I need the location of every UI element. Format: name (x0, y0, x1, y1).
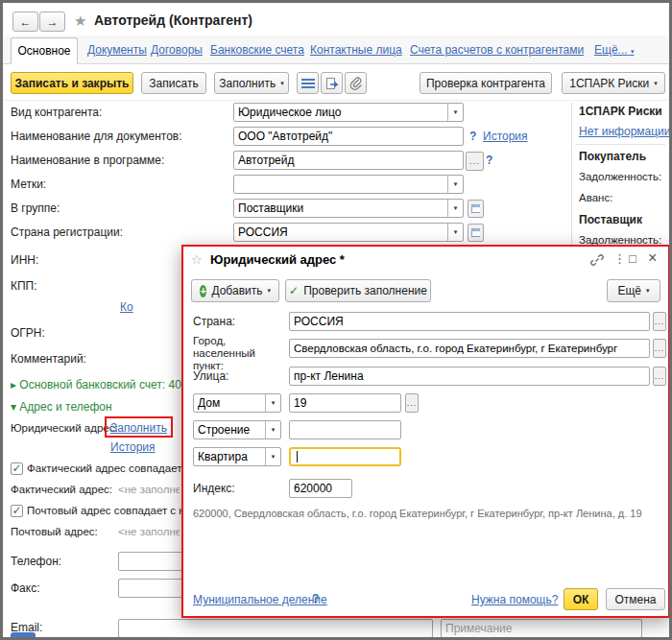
tab-contacts[interactable]: Контактные лица (310, 43, 402, 57)
help-icon[interactable]: ? (469, 130, 476, 143)
maximize-icon[interactable]: □ (629, 251, 636, 266)
house-type-select[interactable]: Дом▾ (193, 393, 281, 413)
cancel-button[interactable]: Отмена (606, 588, 665, 610)
name-app-ellipsis-button[interactable]: ... (466, 152, 484, 171)
city-input[interactable] (289, 339, 650, 358)
save-close-button[interactable]: Записать и закрыть (11, 72, 133, 94)
city-ellipsis-button[interactable]: ... (653, 339, 666, 358)
legal-address-fill-link[interactable]: Заполнить (110, 421, 167, 435)
attachments-button[interactable] (345, 72, 367, 94)
chevron-down-icon[interactable]: ▾ (265, 394, 280, 412)
counterparty-dossier-button[interactable] (321, 72, 343, 94)
help-icon[interactable]: ? (312, 592, 319, 605)
building-input[interactable] (289, 420, 401, 439)
municipal-division-link[interactable]: Муниципальное деление (193, 593, 327, 606)
spark-risks-button[interactable]: 1СПАРК Риски▾ (562, 72, 665, 94)
post-same-checkbox[interactable]: ✓ (11, 505, 23, 517)
city-label: Город, населенный пункт: (193, 335, 284, 372)
check-counterparty-button[interactable]: Проверка контрагента (420, 72, 552, 94)
apartment-type-select[interactable]: Квартира▾ (193, 447, 281, 466)
chevron-down-icon: ▾ (267, 287, 271, 295)
index-input[interactable] (289, 479, 352, 498)
chevron-down-icon[interactable]: ▾ (447, 104, 463, 121)
street-ellipsis-button[interactable]: ... (653, 367, 666, 386)
favorite-star-icon[interactable]: ★ (74, 12, 86, 30)
chevron-down-icon[interactable]: ▾ (265, 448, 280, 465)
apartment-input[interactable] (289, 447, 401, 466)
fact-same-checkbox[interactable]: ✓ (11, 462, 23, 475)
text-caret (297, 451, 298, 462)
ok-button[interactable]: ОК (564, 588, 598, 610)
paperclip-icon (349, 77, 362, 90)
name-docs-history-link[interactable]: История (483, 130, 528, 143)
group-select[interactable]: Поставщики▾ (233, 199, 464, 218)
comment-label: Комментарий: (11, 352, 86, 366)
email-input[interactable] (118, 619, 433, 638)
legal-address-dialog: ☆ Юридический адрес * ⋮ □ × +Добавить▾ ✓… (181, 245, 670, 618)
help-icon[interactable]: ? (486, 154, 492, 167)
name-docs-input[interactable] (233, 127, 464, 146)
bank-account-group[interactable]: ▸ Основной банковский счет: 4070 (11, 378, 181, 391)
group-label: В группе: (11, 201, 60, 215)
tab-settlement-accounts[interactable]: Счета расчетов с контрагентами (410, 43, 584, 57)
chevron-down-icon[interactable]: ▾ (447, 224, 463, 241)
house-ellipsis-button[interactable]: ... (405, 393, 419, 413)
tab-main[interactable]: Основное (11, 37, 78, 64)
back-button[interactable]: ← (12, 12, 38, 32)
country-open-button[interactable] (468, 224, 484, 242)
street-input[interactable] (289, 367, 650, 386)
list-report-button[interactable] (297, 72, 319, 94)
tab-documents[interactable]: Документы (87, 43, 147, 57)
verify-button[interactable]: ✓Проверить заполнение (285, 279, 431, 302)
fax-label: Факс: (11, 581, 40, 595)
open-form-icon (471, 227, 480, 238)
email-note-input[interactable] (441, 619, 642, 638)
more-button[interactable]: Ещё▾ (607, 279, 660, 302)
country-input[interactable] (289, 312, 650, 331)
tab-bank-accounts[interactable]: Банковские счета (210, 43, 304, 57)
tab-contracts[interactable]: Договоры (151, 43, 203, 57)
name-app-input[interactable] (233, 151, 464, 170)
page-title: Автотрейд (Контрагент) (94, 12, 252, 28)
building-type-select[interactable]: Строение▾ (193, 420, 281, 439)
back-icon: ← (20, 15, 32, 29)
chevron-down-icon[interactable]: ▾ (447, 176, 463, 193)
sidebar-no-info-link[interactable]: Нет информации (579, 125, 671, 138)
tabbar-divider (3, 63, 669, 64)
kebab-menu-icon[interactable]: ⋮ (613, 251, 626, 266)
fact-address-value: <не заполнен (118, 484, 180, 495)
legal-address-label: Юридический адрес: (11, 422, 118, 434)
get-link-icon[interactable] (590, 253, 604, 270)
forward-icon: → (47, 15, 59, 29)
country-label: Страна регистрации: (11, 225, 123, 239)
group-open-button[interactable] (468, 200, 484, 218)
forward-button[interactable]: → (39, 12, 65, 32)
truncated-link[interactable]: Ко (120, 300, 133, 314)
address-phone-group[interactable]: ▾ Адрес и телефон (11, 400, 181, 414)
chevron-down-icon[interactable]: ▾ (265, 421, 280, 439)
post-address-value: <не заполнен (118, 526, 180, 537)
house-input[interactable] (289, 393, 401, 413)
close-icon[interactable]: × (648, 249, 657, 267)
save-button[interactable]: Записать (141, 72, 206, 94)
ogrn-label: ОГРН: (11, 326, 45, 340)
cut-button-fragment[interactable] (11, 632, 36, 640)
need-help-link[interactable]: Нужна помощь? (471, 593, 558, 606)
sidebar-divider (571, 103, 572, 245)
legal-address-history-link[interactable]: История (110, 440, 156, 454)
tab-more[interactable]: Ещё... ▾ (594, 43, 634, 57)
sidebar-buyer-title: Покупатель (579, 150, 646, 163)
country-label: Страна: (193, 315, 235, 328)
country-select[interactable]: РОССИЯ▾ (233, 223, 464, 242)
sidebar-debt-label: Задолженность: (579, 171, 661, 182)
check-icon: ✓ (12, 462, 21, 475)
add-button[interactable]: +Добавить▾ (191, 279, 279, 302)
kind-select[interactable]: Юридическое лицо▾ (233, 103, 464, 122)
fill-button[interactable]: Заполнить▾ (214, 72, 289, 94)
address-summary: 620000, Свердловская область, г.о. город… (193, 508, 663, 519)
favorite-star-icon[interactable]: ☆ (191, 252, 203, 267)
sidebar-spark-title: 1СПАРК Риски (579, 105, 662, 118)
tags-select[interactable]: ▾ (233, 175, 464, 194)
country-ellipsis-button[interactable]: ... (653, 312, 666, 331)
chevron-down-icon[interactable]: ▾ (447, 200, 463, 217)
